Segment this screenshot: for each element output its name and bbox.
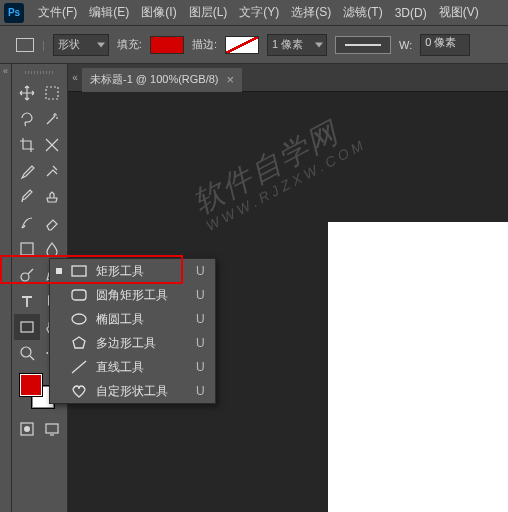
stroke-width-dropdown[interactable]: 1 像素 (267, 34, 327, 56)
rect-icon (70, 264, 88, 278)
type-tool[interactable] (14, 288, 40, 314)
stroke-style-dropdown[interactable] (335, 36, 391, 54)
app-logo: Ps (4, 3, 24, 23)
menu-bar: Ps 文件(F) 编辑(E) 图像(I) 图层(L) 文字(Y) 选择(S) 滤… (0, 0, 508, 26)
svg-point-4 (21, 347, 31, 357)
magic-wand-tool[interactable] (40, 106, 66, 132)
roundrect-icon (70, 288, 88, 302)
svg-rect-0 (46, 87, 58, 99)
screen-mode-toggle[interactable] (40, 416, 66, 442)
tool-mode-dropdown[interactable]: 形状 (53, 34, 109, 56)
svg-rect-8 (72, 266, 86, 276)
ellipse-icon (70, 312, 88, 326)
width-label: W: (399, 39, 412, 51)
shape-preview-icon[interactable] (16, 38, 34, 52)
custom-icon (70, 384, 88, 398)
tab-handle[interactable]: « (68, 64, 82, 92)
flyout-label: 自定形状工具 (96, 383, 168, 400)
lasso-tool[interactable] (14, 106, 40, 132)
slice-tool[interactable] (40, 132, 66, 158)
flyout-shortcut: U (196, 384, 205, 398)
foreground-color[interactable] (20, 374, 42, 396)
svg-rect-3 (21, 322, 33, 332)
menu-image[interactable]: 图像(I) (135, 4, 182, 21)
healing-brush-tool[interactable] (40, 158, 66, 184)
rectangle-tool[interactable] (14, 314, 40, 340)
marquee-tool[interactable] (40, 80, 66, 106)
flyout-shortcut: U (196, 360, 205, 374)
menu-filter[interactable]: 滤镜(T) (337, 4, 388, 21)
history-brush-tool[interactable] (14, 210, 40, 236)
flyout-label: 直线工具 (96, 359, 168, 376)
menu-view[interactable]: 视图(V) (433, 4, 485, 21)
svg-point-2 (21, 273, 29, 281)
crop-tool[interactable] (14, 132, 40, 158)
flyout-item-rect[interactable]: 矩形工具U (50, 259, 215, 283)
brush-tool[interactable] (14, 184, 40, 210)
svg-rect-1 (21, 243, 33, 255)
menu-3d[interactable]: 3D(D) (389, 6, 433, 20)
shape-tool-flyout: 矩形工具U圆角矩形工具U椭圆工具U多边形工具U直线工具U自定形状工具U (49, 258, 216, 404)
svg-point-10 (72, 314, 86, 324)
svg-point-6 (24, 426, 30, 432)
fill-label: 填充: (117, 37, 142, 52)
selected-dot-icon (56, 268, 62, 274)
close-tab-button[interactable]: × (227, 72, 235, 87)
divider: | (42, 39, 45, 51)
svg-rect-7 (46, 424, 58, 433)
menu-select[interactable]: 选择(S) (285, 4, 337, 21)
flyout-shortcut: U (196, 312, 205, 326)
clone-stamp-tool[interactable] (40, 184, 66, 210)
document-tab[interactable]: 未标题-1 @ 100%(RGB/8) × (82, 68, 242, 92)
watermark: 软件自学网 WWW.RJZXW.COM (186, 103, 369, 234)
gradient-tool[interactable] (14, 236, 40, 262)
menu-file[interactable]: 文件(F) (32, 4, 83, 21)
flyout-label: 椭圆工具 (96, 311, 168, 328)
zoom-tool[interactable] (14, 340, 40, 366)
eyedropper-tool[interactable] (14, 158, 40, 184)
artboard[interactable] (328, 222, 508, 512)
flyout-shortcut: U (196, 288, 205, 302)
dodge-tool[interactable] (14, 262, 40, 288)
flyout-item-roundrect[interactable]: 圆角矩形工具U (50, 283, 215, 307)
options-bar: | 形状 填充: 描边: 1 像素 W: 0 像素 (0, 26, 508, 64)
flyout-item-custom[interactable]: 自定形状工具U (50, 379, 215, 403)
menu-edit[interactable]: 编辑(E) (83, 4, 135, 21)
stroke-color-swatch[interactable] (225, 36, 259, 54)
flyout-label: 多边形工具 (96, 335, 168, 352)
line-icon (70, 360, 88, 374)
fill-color-swatch[interactable] (150, 36, 184, 54)
menu-type[interactable]: 文字(Y) (233, 4, 285, 21)
quick-mask-toggle[interactable] (14, 416, 40, 442)
flyout-item-line[interactable]: 直线工具U (50, 355, 215, 379)
flyout-shortcut: U (196, 336, 205, 350)
document-title: 未标题-1 @ 100%(RGB/8) (90, 72, 219, 87)
toolbox-grip[interactable] (14, 68, 65, 76)
move-tool[interactable] (14, 80, 40, 106)
eraser-tool[interactable] (40, 210, 66, 236)
flyout-item-polygon[interactable]: 多边形工具U (50, 331, 215, 355)
flyout-label: 矩形工具 (96, 263, 168, 280)
document-tab-bar: « 未标题-1 @ 100%(RGB/8) × (68, 64, 508, 92)
flyout-shortcut: U (196, 264, 205, 278)
svg-rect-9 (72, 290, 86, 300)
flyout-label: 圆角矩形工具 (96, 287, 168, 304)
panel-gutter[interactable]: « (0, 64, 12, 512)
polygon-icon (70, 336, 88, 350)
width-input[interactable]: 0 像素 (420, 34, 470, 56)
stroke-label: 描边: (192, 37, 217, 52)
flyout-item-ellipse[interactable]: 椭圆工具U (50, 307, 215, 331)
menu-layer[interactable]: 图层(L) (183, 4, 234, 21)
